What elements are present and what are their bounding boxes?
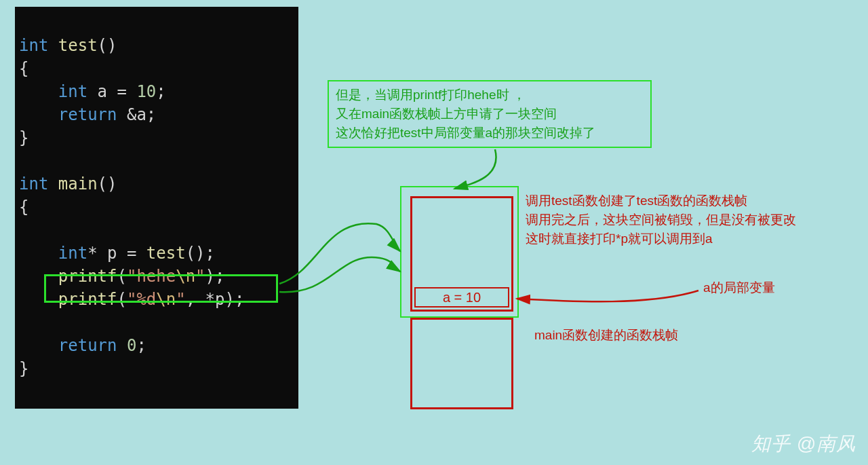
code-editor: int test() { int a = 10; return &a; } in… xyxy=(15,7,298,409)
watermark: 知乎 @南风 xyxy=(751,431,856,457)
code-highlight-printf-hehe xyxy=(44,274,278,303)
stack-main-frame xyxy=(410,318,513,409)
label-main-frame: main函数创建的函数栈帧 xyxy=(534,326,678,345)
note-line: 但是，当调用printf打印hehe时 ， xyxy=(336,86,644,105)
note-line: 这时就直接打印*p就可以调用到a xyxy=(526,229,796,248)
stack-cell-a: a = 10 xyxy=(414,287,509,308)
note-test-frame: 调用test函数创建了test函数的函数栈帧 调用完之后，这块空间被销毁，但是没… xyxy=(526,191,796,248)
arrow-note-to-frame xyxy=(454,149,496,189)
note-line: 这次恰好把test中局部变量a的那块空间改掉了 xyxy=(336,124,644,143)
note-line: 调用完之后，这块空间被销毁，但是没有被更改 xyxy=(526,210,796,229)
note-line: 又在main函数栈帧上方申请了一块空间 xyxy=(336,105,644,124)
label-local-a: a的局部变量 xyxy=(703,278,775,297)
arrow-label-a-to-cell xyxy=(517,291,698,301)
note-line: 调用test函数创建了test函数的函数栈帧 xyxy=(526,191,796,210)
note-printf-overwrite: 但是，当调用printf打印hehe时 ， 又在main函数栈帧上方申请了一块空… xyxy=(328,80,652,148)
